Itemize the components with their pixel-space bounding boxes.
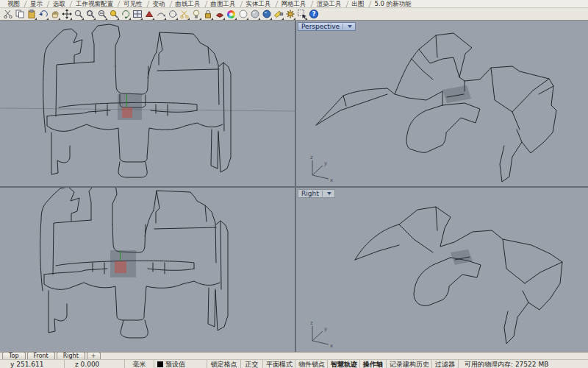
available-memory: 可用的物理内存: 27522 MB xyxy=(459,360,588,368)
render-sphere-white-icon[interactable] xyxy=(237,9,248,20)
svg-text:y: y xyxy=(324,160,327,166)
svg-text:x: x xyxy=(330,177,333,182)
toggle-gumball[interactable]: 操作轴 xyxy=(360,360,387,368)
toolbar-tab-viewport-layout[interactable]: 工作视窗配置 xyxy=(71,0,119,8)
wireframe-perspective-view xyxy=(296,21,588,186)
label-divider xyxy=(322,191,323,197)
toggle-filter[interactable]: 过滤器 xyxy=(432,360,459,368)
wireframe-right-view xyxy=(296,188,588,352)
viewport-layout-icon[interactable] xyxy=(132,9,143,20)
viewport-grid: Perspective z y x xyxy=(0,21,588,352)
toggle-smarttrack[interactable]: 智慧轨迹 xyxy=(328,360,360,368)
viewport-top[interactable] xyxy=(0,21,296,188)
toolbar-tab-surface-tools[interactable]: 曲面工具 xyxy=(207,0,242,8)
pan-arc-icon[interactable] xyxy=(155,9,166,20)
viewport-tab-bar: Top Front Right + xyxy=(0,352,588,359)
coordinate-z: z 0.000 xyxy=(65,360,125,368)
move-icon[interactable] xyxy=(61,9,72,20)
current-layer[interactable]: 预设值 xyxy=(154,360,207,368)
render-sphere-gray-icon[interactable] xyxy=(249,9,260,20)
undo-view-change-icon[interactable] xyxy=(143,9,154,20)
toolbar-tab-mesh-tools[interactable]: 网格工具 xyxy=(277,0,312,8)
new-viewport-tab-button[interactable]: + xyxy=(87,352,101,359)
toggle-record-history[interactable]: 记录建构历史 xyxy=(387,360,432,368)
lock-icon[interactable] xyxy=(202,9,213,20)
rotate-view-icon[interactable] xyxy=(120,9,131,20)
toolbar-tab-row: 视图 显示 选取 工作视窗配置 可见性 变动 曲线工具 曲面工具 实体工具 网格… xyxy=(0,0,588,8)
color-wheel-icon[interactable] xyxy=(226,9,237,20)
axis-indicator: z y x xyxy=(306,318,338,347)
viewport-front[interactable] xyxy=(0,188,296,352)
toolbar-tab-transform[interactable]: 变动 xyxy=(148,0,171,8)
toolbar-tab-view[interactable]: 视图 xyxy=(3,0,26,8)
copy-icon[interactable] xyxy=(14,9,25,20)
selected-surface-patch[interactable] xyxy=(118,94,142,120)
wireframe-front-view xyxy=(0,188,295,352)
svg-text:z: z xyxy=(310,155,313,160)
toolbar-tab-visibility[interactable]: 可见性 xyxy=(119,0,148,8)
toggle-planar[interactable]: 平面模式 xyxy=(263,360,295,368)
shade-mode-icon[interactable] xyxy=(214,9,225,20)
zoom-selected-icon[interactable] xyxy=(96,9,107,20)
viewport-title-right[interactable]: Right xyxy=(298,189,335,198)
viewport-right[interactable]: Right z y x xyxy=(296,188,588,352)
toggle-osnap[interactable]: 物件锁点 xyxy=(295,360,328,368)
pan-hand-icon[interactable] xyxy=(49,9,60,20)
lightbulb-icon[interactable] xyxy=(190,9,201,20)
toolbar-tab-curve-tools[interactable]: 曲线工具 xyxy=(171,0,207,8)
layer-color-chip xyxy=(157,361,163,367)
svg-text:?: ? xyxy=(312,11,315,18)
chevron-down-icon xyxy=(327,192,331,195)
toolbar-tab-select[interactable]: 选取 xyxy=(49,0,71,8)
label-divider xyxy=(343,24,343,29)
selection-filter-icon[interactable] xyxy=(296,9,307,20)
viewport-perspective[interactable]: Perspective z y x xyxy=(296,21,588,188)
selected-surface-patch[interactable] xyxy=(110,250,136,277)
render-sphere-blue-icon[interactable] xyxy=(261,9,272,20)
viewport-tab-front[interactable]: Front xyxy=(27,352,55,359)
zoom-window-icon[interactable] xyxy=(85,9,96,20)
toggle-ortho[interactable]: 正交 xyxy=(241,360,263,368)
settings-gear-icon[interactable] xyxy=(284,9,295,20)
toolbar-tab-display[interactable]: 显示 xyxy=(26,0,49,8)
viewport-tab-top[interactable]: Top xyxy=(2,352,26,359)
toolbar-tab-new-in-v5[interactable]: 5.0 的新功能 xyxy=(370,0,417,8)
units-indicator[interactable]: 毫米 xyxy=(125,360,154,368)
trim-scissors-icon[interactable] xyxy=(179,9,190,20)
zoom-dynamic-icon[interactable] xyxy=(73,9,84,20)
svg-text:x: x xyxy=(330,343,333,347)
toolbar-tab-solid-tools[interactable]: 实体工具 xyxy=(242,0,277,8)
axis-indicator: z y x xyxy=(306,152,338,182)
wireframe-top-view xyxy=(0,21,295,186)
toolbar-tab-drafting[interactable]: 出图 xyxy=(348,0,370,8)
toggle-grid-snap[interactable]: 锁定格点 xyxy=(207,360,241,368)
cut-icon[interactable] xyxy=(2,9,13,20)
coordinate-y: y 251.611 xyxy=(0,360,65,368)
viewport-title-text: Perspective xyxy=(301,22,340,31)
toolbar-tab-render-tools[interactable]: 渲染工具 xyxy=(312,0,348,8)
rotate-circle-icon[interactable] xyxy=(167,9,178,20)
chevron-down-icon xyxy=(348,25,352,28)
spotlight-icon[interactable] xyxy=(273,9,284,20)
zoom-extents-icon[interactable] xyxy=(108,9,119,20)
svg-text:z: z xyxy=(310,320,313,326)
viewport-title-text: Right xyxy=(301,189,319,198)
status-bar: y 251.611 z 0.000 毫米 预设值 锁定格点 正交 平面模式 物件… xyxy=(0,359,588,368)
main-toolbar: ? xyxy=(0,8,588,21)
rhino-window: 视图 显示 选取 工作视窗配置 可见性 变动 曲线工具 曲面工具 实体工具 网格… xyxy=(0,0,588,368)
paste-icon[interactable] xyxy=(26,9,37,20)
svg-text:y: y xyxy=(324,326,327,332)
viewport-tab-right[interactable]: Right xyxy=(57,352,85,359)
viewport-title-perspective[interactable]: Perspective xyxy=(298,22,356,31)
help-icon[interactable]: ? xyxy=(308,9,319,20)
undo-icon[interactable] xyxy=(37,9,49,20)
